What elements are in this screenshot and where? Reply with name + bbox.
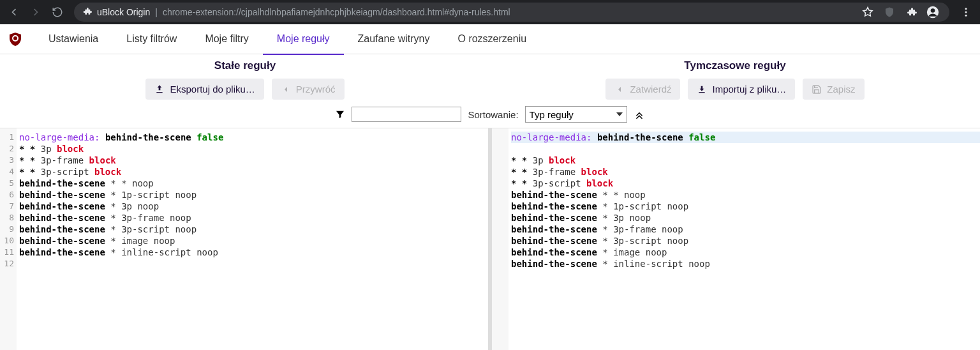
- permanent-rules-code[interactable]: no-large-media: behind-the-scene false *…: [17, 128, 488, 350]
- kebab-menu-icon[interactable]: [957, 6, 975, 18]
- tab-trusted[interactable]: Zaufane witryny: [344, 24, 444, 54]
- address-separator: |: [155, 7, 158, 17]
- filter-input[interactable]: [352, 107, 461, 122]
- commit-button[interactable]: Zatwierdź: [605, 79, 680, 100]
- import-button[interactable]: Importuj z pliku…: [688, 79, 795, 100]
- tab-filter-lists[interactable]: Listy filtrów: [112, 24, 191, 54]
- svg-point-3: [965, 11, 967, 13]
- sort-select[interactable]: Typ reguły: [525, 106, 627, 123]
- permanent-rules-editor[interactable]: 1 2 3 4 5 6 7 8 9 10 11 12 no-large-medi…: [0, 128, 492, 350]
- forward-icon[interactable]: [27, 3, 45, 21]
- save-button[interactable]: Zapisz: [803, 79, 864, 100]
- export-button-label: Eksportuj do pliku…: [170, 84, 255, 95]
- import-button-label: Importuj z pliku…: [712, 84, 786, 95]
- ublock-logo-icon: [8, 31, 23, 47]
- svg-point-4: [965, 15, 967, 17]
- address-url: chrome-extension://cjpalhdlnbpafiamejdnh…: [163, 7, 856, 17]
- extension-icon: [82, 6, 92, 19]
- temporary-rules-heading: Tymczasowe reguły: [490, 54, 980, 79]
- address-ext-name: uBlock Origin: [97, 7, 150, 17]
- reload-icon[interactable]: [48, 3, 66, 21]
- line-gutter: [492, 128, 509, 350]
- permanent-rules-heading: Stałe reguły: [0, 54, 490, 79]
- rules-panel: Stałe reguły Tymczasowe reguły Eksportuj…: [0, 54, 980, 350]
- filter-icon: [335, 109, 345, 119]
- svg-point-6: [13, 36, 17, 40]
- export-button[interactable]: Eksportuj do pliku…: [145, 79, 264, 100]
- ublock-ext-icon[interactable]: [883, 6, 896, 19]
- revert-button[interactable]: Przywróć: [272, 79, 345, 100]
- browser-toolbar: uBlock Origin | chrome-extension://cjpal…: [0, 0, 980, 24]
- tab-about[interactable]: O rozszerzeniu: [443, 24, 540, 54]
- dashboard-nav: Ustawienia Listy filtrów Moje filtry Moj…: [0, 24, 980, 54]
- tab-settings[interactable]: Ustawienia: [34, 24, 112, 54]
- revert-button-label: Przywróć: [296, 84, 336, 95]
- save-button-label: Zapisz: [827, 84, 855, 95]
- extensions-icon[interactable]: [905, 6, 917, 19]
- commit-button-label: Zatwierdź: [630, 84, 671, 95]
- tab-my-filters[interactable]: Moje filtry: [191, 24, 262, 54]
- collapse-icon[interactable]: [634, 109, 645, 120]
- line-gutter: 1 2 3 4 5 6 7 8 9 10 11 12: [0, 128, 17, 350]
- address-right-icons: [861, 6, 942, 19]
- address-bar[interactable]: uBlock Origin | chrome-extension://cjpal…: [74, 3, 949, 22]
- back-icon[interactable]: [5, 3, 23, 21]
- svg-point-1: [931, 8, 935, 13]
- profile-icon[interactable]: [926, 6, 939, 19]
- tab-my-rules[interactable]: Moje reguły: [263, 24, 344, 54]
- temporary-rules-editor[interactable]: no-large-media: behind-the-scene false *…: [492, 128, 980, 350]
- star-icon[interactable]: [861, 6, 874, 19]
- temporary-rules-code[interactable]: no-large-media: behind-the-scene false *…: [509, 128, 980, 350]
- sort-label: Sortowanie:: [468, 109, 518, 120]
- svg-point-2: [965, 8, 967, 10]
